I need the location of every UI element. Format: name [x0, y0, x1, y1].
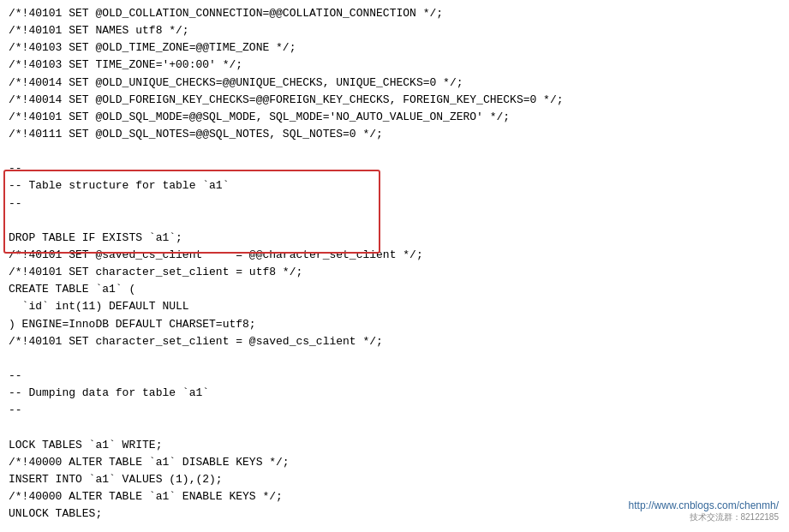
watermark-url: http://www.cnblogs.com/chenmh/ — [629, 499, 779, 511]
watermark: http://www.cnblogs.com/chenmh/ 技术交流群：821… — [625, 498, 782, 525]
watermark-tech: 技术交流群：82122185 — [629, 511, 779, 523]
editor-window: /*!40101 SET @OLD_COLLATION_CONNECTION=@… — [0, 0, 789, 532]
code-content: /*!40101 SET @OLD_COLLATION_CONNECTION=@… — [0, 0, 789, 532]
